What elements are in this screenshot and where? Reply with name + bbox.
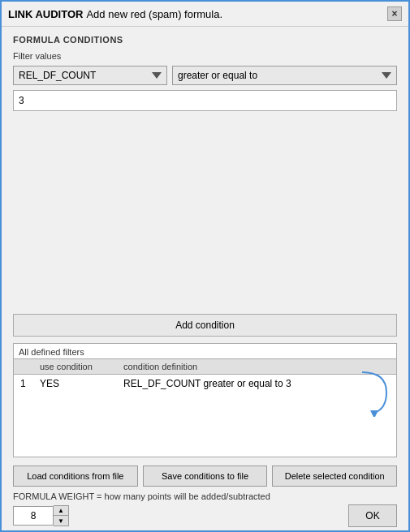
operator-dropdown[interactable]: greater or equal toless thanequal tonot … <box>172 66 397 85</box>
col-condition-definition: condition definition <box>117 359 347 375</box>
value-input[interactable] <box>13 90 397 111</box>
load-conditions-button[interactable]: Load conditions from file <box>13 466 138 487</box>
spinner-buttons: ▲ ▼ <box>54 505 69 526</box>
formula-weight-row: ▲ ▼ OK <box>13 504 397 527</box>
close-button[interactable]: × <box>387 6 402 21</box>
formula-conditions-block: FORMULA CONDITIONS Filter values REL_DF_… <box>13 35 397 111</box>
spinner-up-button[interactable]: ▲ <box>54 506 68 516</box>
add-condition-button[interactable]: Add condition <box>13 314 397 337</box>
row-use-condition: YES <box>33 375 117 393</box>
row-num: 1 <box>14 375 33 393</box>
window-title: Add new red (spam) formula. <box>86 8 222 20</box>
col-use-condition: use condition <box>33 359 117 375</box>
main-window: LINK AUDITOR Add new red (spam) formula.… <box>0 0 410 532</box>
spinner-down-button[interactable]: ▼ <box>54 516 68 526</box>
title-bar-left: LINK AUDITOR Add new red (spam) formula. <box>8 8 222 20</box>
formula-weight-section: FORMULA WEIGHT = how many points will be… <box>2 487 408 530</box>
save-conditions-button[interactable]: Save conditions to file <box>143 466 268 487</box>
filters-table: use condition condition definition 1 YES… <box>14 358 396 457</box>
col-num <box>14 359 33 375</box>
all-defined-filters-label: All defined filters <box>14 344 396 358</box>
spinner-container: ▲ ▼ <box>13 505 69 526</box>
empty-row <box>14 392 396 457</box>
ok-button[interactable]: OK <box>348 504 397 527</box>
dropdowns-row: REL_DF_COUNT greater or equal toless tha… <box>13 66 397 85</box>
spacer-area <box>13 118 397 307</box>
title-bar: LINK AUDITOR Add new red (spam) formula.… <box>2 2 408 27</box>
field-dropdown[interactable]: REL_DF_COUNT <box>13 66 167 85</box>
row-arrow-cell <box>347 375 396 393</box>
delete-condition-button[interactable]: Delete selected condition <box>272 466 397 487</box>
formula-weight-label: FORMULA WEIGHT = how many points will be… <box>13 491 397 501</box>
row-condition-definition: REL_DF_COUNT greater or equal to 3 <box>117 375 347 393</box>
table-row[interactable]: 1 YES REL_DF_COUNT greater or equal to 3 <box>14 375 396 393</box>
formula-weight-input[interactable] <box>13 506 54 526</box>
main-content: FORMULA CONDITIONS Filter values REL_DF_… <box>2 27 408 466</box>
filters-container: All defined filters use condition condit… <box>13 343 397 457</box>
svg-marker-0 <box>370 410 378 417</box>
filter-values-label: Filter values <box>13 51 397 61</box>
table-header-row: use condition condition definition <box>14 359 396 375</box>
blue-arrow-icon <box>354 368 395 417</box>
app-name: LINK AUDITOR <box>8 8 83 20</box>
filters-tbody: 1 YES REL_DF_COUNT greater or equal to 3 <box>14 375 396 457</box>
bottom-buttons: Load conditions from file Save condition… <box>2 466 408 487</box>
formula-conditions-label: FORMULA CONDITIONS <box>13 35 397 45</box>
